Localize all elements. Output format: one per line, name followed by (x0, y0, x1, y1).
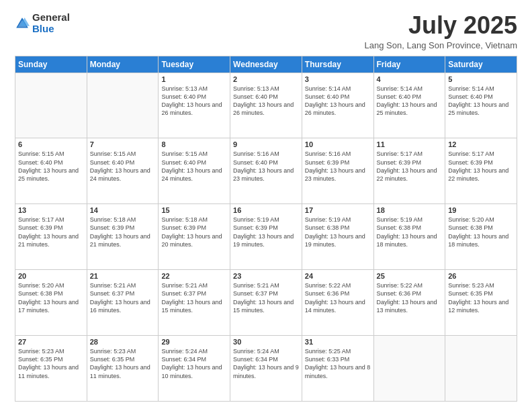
day-number: 25 (377, 272, 443, 280)
day-info: Sunrise: 5:21 AM Sunset: 6:37 PM Dayligh… (233, 281, 299, 314)
calendar-cell: 26Sunrise: 5:23 AM Sunset: 6:35 PM Dayli… (445, 270, 517, 336)
day-info: Sunrise: 5:20 AM Sunset: 6:38 PM Dayligh… (18, 281, 84, 314)
day-info: Sunrise: 5:19 AM Sunset: 6:38 PM Dayligh… (305, 216, 371, 248)
calendar-week-row: 20Sunrise: 5:20 AM Sunset: 6:38 PM Dayli… (15, 270, 517, 336)
day-info: Sunrise: 5:14 AM Sunset: 6:40 PM Dayligh… (377, 85, 443, 118)
day-number: 14 (90, 206, 156, 214)
calendar-cell: 5Sunrise: 5:14 AM Sunset: 6:40 PM Daylig… (445, 73, 517, 138)
day-number: 13 (18, 206, 84, 214)
day-info: Sunrise: 5:13 AM Sunset: 6:40 PM Dayligh… (233, 85, 299, 118)
logo-general: General (32, 12, 70, 24)
day-info: Sunrise: 5:24 AM Sunset: 6:34 PM Dayligh… (233, 347, 299, 380)
calendar-cell: 23Sunrise: 5:21 AM Sunset: 6:37 PM Dayli… (230, 270, 302, 336)
day-number: 7 (90, 140, 156, 148)
day-info: Sunrise: 5:17 AM Sunset: 6:39 PM Dayligh… (377, 150, 443, 183)
calendar-cell: 20Sunrise: 5:20 AM Sunset: 6:38 PM Dayli… (15, 270, 87, 336)
day-info: Sunrise: 5:23 AM Sunset: 6:35 PM Dayligh… (448, 281, 514, 314)
main-title: July 2025 (365, 12, 517, 39)
day-number: 3 (305, 75, 371, 83)
day-number: 12 (448, 140, 514, 148)
calendar-day-header: Monday (87, 56, 159, 73)
calendar-cell: 3Sunrise: 5:14 AM Sunset: 6:40 PM Daylig… (302, 73, 373, 138)
day-info: Sunrise: 5:21 AM Sunset: 6:37 PM Dayligh… (161, 281, 227, 314)
day-info: Sunrise: 5:15 AM Sunset: 6:40 PM Dayligh… (90, 150, 156, 183)
calendar-day-header: Friday (373, 56, 445, 73)
calendar-cell: 10Sunrise: 5:16 AM Sunset: 6:39 PM Dayli… (302, 138, 373, 204)
calendar: SundayMondayTuesdayWednesdayThursdayFrid… (15, 56, 517, 402)
calendar-cell: 30Sunrise: 5:24 AM Sunset: 6:34 PM Dayli… (230, 336, 302, 402)
calendar-cell: 6Sunrise: 5:15 AM Sunset: 6:40 PM Daylig… (15, 138, 87, 204)
day-number: 22 (161, 272, 227, 280)
calendar-cell: 12Sunrise: 5:17 AM Sunset: 6:39 PM Dayli… (445, 138, 517, 204)
day-number: 8 (161, 140, 227, 148)
day-info: Sunrise: 5:20 AM Sunset: 6:38 PM Dayligh… (448, 216, 514, 248)
calendar-cell (445, 336, 517, 402)
day-number: 5 (448, 75, 514, 83)
day-info: Sunrise: 5:23 AM Sunset: 6:35 PM Dayligh… (90, 347, 156, 380)
calendar-day-header: Wednesday (230, 56, 302, 73)
calendar-cell: 2Sunrise: 5:13 AM Sunset: 6:40 PM Daylig… (230, 73, 302, 138)
calendar-day-header: Saturday (445, 56, 517, 73)
calendar-week-row: 27Sunrise: 5:23 AM Sunset: 6:35 PM Dayli… (15, 336, 517, 402)
calendar-cell: 24Sunrise: 5:22 AM Sunset: 6:36 PM Dayli… (302, 270, 373, 336)
day-info: Sunrise: 5:15 AM Sunset: 6:40 PM Dayligh… (18, 150, 84, 183)
day-number: 1 (161, 75, 227, 83)
calendar-cell: 7Sunrise: 5:15 AM Sunset: 6:40 PM Daylig… (87, 138, 159, 204)
calendar-cell: 13Sunrise: 5:17 AM Sunset: 6:39 PM Dayli… (15, 204, 87, 270)
logo-blue: Blue (32, 24, 70, 35)
day-number: 28 (90, 338, 156, 346)
calendar-cell: 28Sunrise: 5:23 AM Sunset: 6:35 PM Dayli… (87, 336, 159, 402)
day-number: 31 (305, 338, 371, 346)
calendar-cell: 4Sunrise: 5:14 AM Sunset: 6:40 PM Daylig… (373, 73, 445, 138)
day-number: 21 (90, 272, 156, 280)
calendar-cell: 11Sunrise: 5:17 AM Sunset: 6:39 PM Dayli… (373, 138, 445, 204)
calendar-cell (15, 73, 87, 138)
calendar-cell (87, 73, 159, 138)
day-number: 17 (305, 206, 371, 214)
calendar-cell: 8Sunrise: 5:15 AM Sunset: 6:40 PM Daylig… (159, 138, 230, 204)
day-info: Sunrise: 5:18 AM Sunset: 6:39 PM Dayligh… (161, 216, 227, 248)
logo-text: General Blue (32, 12, 70, 34)
day-number: 16 (233, 206, 299, 214)
logo-icon (15, 16, 30, 31)
day-info: Sunrise: 5:17 AM Sunset: 6:39 PM Dayligh… (448, 150, 514, 183)
day-number: 18 (377, 206, 443, 214)
day-number: 20 (18, 272, 84, 280)
day-info: Sunrise: 5:22 AM Sunset: 6:36 PM Dayligh… (377, 281, 443, 314)
calendar-day-header: Tuesday (159, 56, 230, 73)
day-number: 29 (161, 338, 227, 346)
calendar-cell: 18Sunrise: 5:19 AM Sunset: 6:38 PM Dayli… (373, 204, 445, 270)
day-number: 9 (233, 140, 299, 148)
calendar-cell: 29Sunrise: 5:24 AM Sunset: 6:34 PM Dayli… (159, 336, 230, 402)
day-info: Sunrise: 5:16 AM Sunset: 6:40 PM Dayligh… (233, 150, 299, 183)
calendar-cell: 9Sunrise: 5:16 AM Sunset: 6:40 PM Daylig… (230, 138, 302, 204)
calendar-cell (373, 336, 445, 402)
day-info: Sunrise: 5:14 AM Sunset: 6:40 PM Dayligh… (448, 85, 514, 118)
calendar-cell: 22Sunrise: 5:21 AM Sunset: 6:37 PM Dayli… (159, 270, 230, 336)
day-number: 4 (377, 75, 443, 83)
day-info: Sunrise: 5:13 AM Sunset: 6:40 PM Dayligh… (161, 85, 227, 118)
day-number: 15 (161, 206, 227, 214)
calendar-cell: 15Sunrise: 5:18 AM Sunset: 6:39 PM Dayli… (159, 204, 230, 270)
calendar-week-row: 1Sunrise: 5:13 AM Sunset: 6:40 PM Daylig… (15, 73, 517, 138)
calendar-cell: 16Sunrise: 5:19 AM Sunset: 6:39 PM Dayli… (230, 204, 302, 270)
calendar-week-row: 6Sunrise: 5:15 AM Sunset: 6:40 PM Daylig… (15, 138, 517, 204)
day-number: 26 (448, 272, 514, 280)
day-info: Sunrise: 5:22 AM Sunset: 6:36 PM Dayligh… (305, 281, 371, 314)
calendar-week-row: 13Sunrise: 5:17 AM Sunset: 6:39 PM Dayli… (15, 204, 517, 270)
day-info: Sunrise: 5:18 AM Sunset: 6:39 PM Dayligh… (90, 216, 156, 248)
day-number: 2 (233, 75, 299, 83)
calendar-cell: 14Sunrise: 5:18 AM Sunset: 6:39 PM Dayli… (87, 204, 159, 270)
day-info: Sunrise: 5:25 AM Sunset: 6:33 PM Dayligh… (305, 347, 371, 380)
day-number: 10 (305, 140, 371, 148)
calendar-day-header: Thursday (302, 56, 373, 73)
day-info: Sunrise: 5:24 AM Sunset: 6:34 PM Dayligh… (161, 347, 227, 380)
day-info: Sunrise: 5:19 AM Sunset: 6:39 PM Dayligh… (233, 216, 299, 248)
logo: General Blue (15, 12, 70, 34)
day-info: Sunrise: 5:16 AM Sunset: 6:39 PM Dayligh… (305, 150, 371, 183)
calendar-cell: 31Sunrise: 5:25 AM Sunset: 6:33 PM Dayli… (302, 336, 373, 402)
day-info: Sunrise: 5:17 AM Sunset: 6:39 PM Dayligh… (18, 216, 84, 248)
day-number: 30 (233, 338, 299, 346)
day-info: Sunrise: 5:23 AM Sunset: 6:35 PM Dayligh… (18, 347, 84, 380)
calendar-cell: 19Sunrise: 5:20 AM Sunset: 6:38 PM Dayli… (445, 204, 517, 270)
